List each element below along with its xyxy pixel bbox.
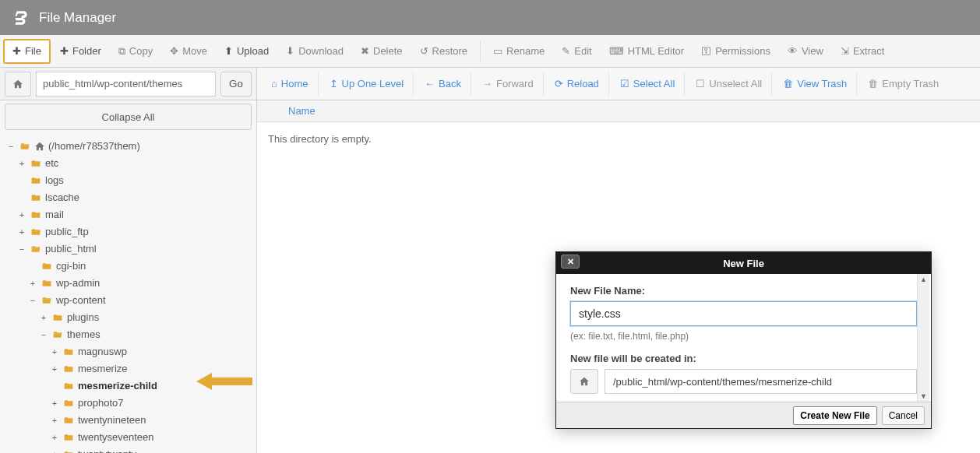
tree-item-twentyseventeen[interactable]: +twentyseventeen [2, 429, 255, 446]
tree-item-themes[interactable]: −themes [2, 326, 255, 343]
new-file-name-input[interactable] [570, 301, 917, 326]
download-label: Download [298, 45, 344, 57]
move-button[interactable]: ✥Move [162, 39, 215, 64]
nav-unselect-all[interactable]: ☐Unselect All [686, 72, 772, 97]
tree-root[interactable]: −(/home/r78537them) [2, 138, 255, 155]
restore-button[interactable]: ↺Restore [412, 39, 476, 64]
collapse-all-button[interactable]: Collapse All [5, 104, 252, 130]
expand-icon[interactable]: + [39, 309, 48, 326]
expand-icon[interactable]: + [50, 395, 59, 412]
nav-reload[interactable]: ⟳Reload [545, 72, 609, 97]
expand-icon[interactable]: + [17, 223, 26, 241]
tree-item-mail[interactable]: +mail [2, 206, 255, 223]
permissions-button[interactable]: ⚿Permissions [693, 39, 778, 64]
label: mesmerize [78, 360, 128, 378]
expand-icon[interactable]: + [17, 155, 26, 172]
create-new-file-button[interactable]: Create New File [793, 406, 876, 425]
label: magnuswp [78, 343, 127, 360]
path-input[interactable] [36, 72, 216, 97]
rename-button[interactable]: ▭Rename [485, 39, 552, 64]
tree-item-prophoto7[interactable]: +prophoto7 [2, 395, 255, 412]
tree-item-magnuswp[interactable]: +magnuswp [2, 343, 255, 360]
collapse-icon[interactable]: − [39, 326, 48, 343]
column-header-name[interactable]: Name [257, 100, 980, 122]
expand-icon[interactable]: + [50, 429, 59, 446]
edit-button[interactable]: ✎Edit [554, 39, 599, 64]
modal-header[interactable]: ✕ New File [556, 252, 931, 274]
path-home-button[interactable] [570, 369, 598, 394]
folder-label: Folder [72, 45, 101, 57]
tree-item-public-ftp[interactable]: +public_ftp [2, 223, 255, 241]
tree-item-mesmerize[interactable]: +mesmerize [2, 360, 255, 378]
folder-icon [30, 159, 42, 169]
copy-button[interactable]: ⧉Copy [111, 39, 160, 64]
modal-title: New File [723, 258, 764, 269]
folder-tree: −(/home/r78537them) +etc logs lscache +m… [0, 133, 256, 453]
delete-button[interactable]: ✖Delete [353, 39, 411, 64]
view-button[interactable]: 👁View [780, 39, 831, 64]
nav-home[interactable]: ⌂Home [262, 72, 319, 97]
file-button[interactable]: ✚File [3, 39, 51, 64]
copy-icon: ⧉ [118, 45, 125, 58]
modal-scrollbar[interactable]: ▲ ▼ [917, 274, 929, 402]
nav-forward[interactable]: →Forward [473, 72, 544, 97]
nav-home-label: Home [281, 78, 308, 90]
tree-item-lscache[interactable]: lscache [2, 189, 255, 206]
tree-item-twentynineteen[interactable]: +twentynineteen [2, 412, 255, 429]
cancel-button[interactable]: Cancel [882, 406, 925, 425]
tree-item-etc[interactable]: +etc [2, 155, 255, 172]
folder-open-icon [51, 330, 64, 340]
folder-button[interactable]: ✚Folder [52, 39, 109, 64]
html-editor-button[interactable]: ⌨HTML Editor [601, 39, 692, 64]
nav-back[interactable]: ←Back [415, 72, 471, 97]
nav-select-all[interactable]: ☑Select All [611, 72, 685, 97]
new-file-path-input[interactable] [605, 369, 917, 394]
tree-item-public-html[interactable]: −public_html [2, 241, 255, 258]
up-icon: ↥ [330, 78, 338, 90]
modal-close-button[interactable]: ✕ [561, 255, 580, 269]
expand-icon[interactable]: + [50, 343, 59, 360]
expand-icon[interactable]: + [50, 412, 59, 429]
expand-icon[interactable]: + [50, 360, 59, 378]
folder-icon [62, 381, 75, 392]
extract-button[interactable]: ⇲Extract [833, 39, 892, 64]
nav-up[interactable]: ↥Up One Level [320, 72, 414, 97]
collapse-icon[interactable]: − [6, 138, 16, 155]
tree-item-twentytwenty[interactable]: +twentytwenty [2, 446, 255, 453]
trash-icon: 🗑 [868, 78, 878, 90]
label: twentytwenty [78, 446, 136, 453]
tree-item-wp-content[interactable]: −wp-content [2, 292, 255, 309]
nav-select-all-label: Select All [633, 78, 675, 90]
tree-item-logs[interactable]: logs [2, 172, 255, 189]
modal-footer: Create New File Cancel [556, 402, 931, 428]
download-button[interactable]: ⬇Download [278, 39, 351, 64]
collapse-icon[interactable]: − [28, 292, 37, 309]
modal-body: New File Name: (ex: file.txt, file.html,… [556, 274, 931, 402]
go-button[interactable]: Go [220, 72, 252, 97]
folder-icon [62, 450, 75, 454]
collapse-icon[interactable]: − [17, 241, 26, 258]
app-header: File Manager [0, 0, 980, 35]
reload-icon: ⟳ [555, 78, 563, 90]
app-title: File Manager [39, 10, 116, 26]
key-icon: ⚿ [701, 45, 711, 57]
label: wp-content [56, 292, 106, 309]
scroll-up-icon[interactable]: ▲ [918, 274, 929, 285]
delete-label: Delete [373, 45, 403, 57]
expand-icon[interactable]: + [28, 275, 37, 292]
expand-icon[interactable]: + [17, 206, 26, 223]
expand-icon[interactable]: + [50, 446, 59, 453]
plus-icon: ✚ [12, 45, 21, 57]
tree-item-plugins[interactable]: +plugins [2, 309, 255, 326]
tree-item-wp-admin[interactable]: +wp-admin [2, 275, 255, 292]
scroll-down-icon[interactable]: ▼ [918, 391, 929, 402]
navigation-row: Go ⌂Home ↥Up One Level ←Back →Forward ⟳R… [0, 68, 980, 100]
path-home-button[interactable] [5, 72, 31, 97]
nav-empty-trash[interactable]: 🗑Empty Trash [858, 72, 948, 97]
tree-item-mesmerize-child[interactable]: mesmerize-child [2, 378, 255, 395]
upload-button[interactable]: ⬆Upload [217, 39, 277, 64]
restore-icon: ↺ [420, 45, 428, 57]
label: mesmerize-child [78, 378, 157, 395]
tree-item-cgi-bin[interactable]: cgi-bin [2, 258, 255, 275]
nav-view-trash[interactable]: 🗑View Trash [774, 72, 857, 97]
